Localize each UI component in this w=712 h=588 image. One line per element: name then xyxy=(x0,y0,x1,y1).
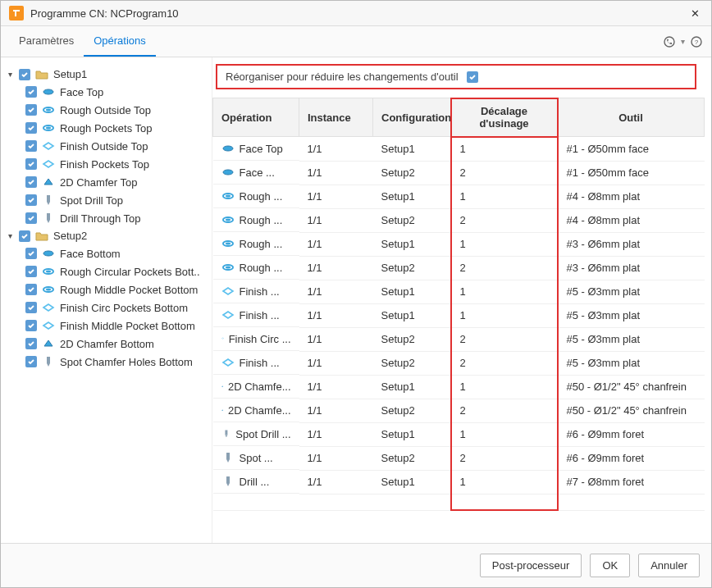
tree-operation-row[interactable]: Drill Through Top xyxy=(1,209,212,227)
cell-operation: Finish ... xyxy=(213,280,299,303)
table-row[interactable]: Rough ...1/1Setup11#4 - Ø8mm plat xyxy=(213,185,705,208)
tree-operation-label: Rough Middle Pocket Bottom xyxy=(60,284,198,296)
reorder-checkbox[interactable] xyxy=(467,71,478,83)
tree-operation-label: Face Top xyxy=(60,86,103,98)
tree-checkbox[interactable] xyxy=(19,230,30,242)
table-row[interactable]: Face ...1/1Setup22#1 - Ø50mm face xyxy=(213,161,705,185)
reorder-label: Réorganiser pour réduire les changements… xyxy=(226,71,459,83)
tree-operation-row[interactable]: 2D Chamfer Top xyxy=(1,173,212,191)
svg-point-17 xyxy=(223,170,233,175)
tree-setup-row[interactable]: ▾Setup2 xyxy=(1,227,212,244)
tree-operation-row[interactable]: 2D Chamfer Bottom xyxy=(1,335,212,353)
tree-checkbox[interactable] xyxy=(25,194,37,206)
dropdown-caret-icon[interactable]: ▾ xyxy=(681,37,685,46)
tree-operation-row[interactable]: Face Top xyxy=(1,83,212,101)
tree-checkbox[interactable] xyxy=(25,176,37,188)
col-header-configuration[interactable]: Configuration xyxy=(373,98,451,137)
operation-rough-icon xyxy=(221,213,235,226)
tree-checkbox[interactable] xyxy=(25,140,37,152)
cell-configuration: Setup1 xyxy=(373,185,451,208)
tree-operation-row[interactable]: Spot Chamfer Holes Bottom xyxy=(1,353,212,371)
cell-operation: Face ... xyxy=(213,161,299,185)
cell-operation-label: Finish ... xyxy=(240,285,280,298)
table-row[interactable]: Finish ...1/1Setup22#5 - Ø3mm plat xyxy=(213,351,705,375)
tree-checkbox[interactable] xyxy=(19,69,30,80)
tree-checkbox[interactable] xyxy=(25,338,37,349)
tree-operation-row[interactable]: Rough Circular Pockets Bott.. xyxy=(1,262,212,280)
tree-operation-row[interactable]: Spot Drill Top xyxy=(1,191,212,209)
tree-setup-row[interactable]: ▾Setup1 xyxy=(1,66,212,83)
table-row[interactable]: Face Top1/1Setup11#1 - Ø50mm face xyxy=(213,137,705,162)
table-row[interactable]: 2D Chamfe...1/1Setup22#50 - Ø1/2" 45° ch… xyxy=(213,399,705,422)
cancel-button[interactable]: Annuler xyxy=(638,554,700,577)
table-row[interactable]: Finish ...1/1Setup11#5 - Ø3mm plat xyxy=(213,303,705,327)
tab-parametres[interactable]: Paramètres xyxy=(9,26,84,57)
cell-operation: Drill ... xyxy=(213,470,299,494)
tab-operations[interactable]: Opérations xyxy=(84,26,156,57)
caret-down-icon[interactable]: ▾ xyxy=(6,231,14,240)
tree-checkbox[interactable] xyxy=(25,158,37,170)
table-row[interactable]: 2D Chamfe...1/1Setup11#50 - Ø1/2" 45° ch… xyxy=(213,375,705,399)
svg-point-0 xyxy=(664,37,674,47)
cell-decalage: 2 xyxy=(451,327,558,351)
tree-checkbox[interactable] xyxy=(25,86,37,98)
cell-outil: #4 - Ø8mm plat xyxy=(558,208,705,232)
table-row[interactable]: Rough ...1/1Setup11#3 - Ø6mm plat xyxy=(213,232,705,256)
app-icon xyxy=(9,6,24,21)
table-row[interactable]: Spot ...1/1Setup22#6 - Ø9mm foret xyxy=(213,446,705,470)
cell-outil: #5 - Ø3mm plat xyxy=(558,303,705,327)
cell-operation-label: Rough ... xyxy=(240,214,283,226)
tree-checkbox[interactable] xyxy=(25,266,37,277)
tree-checkbox[interactable] xyxy=(25,104,37,116)
table-row[interactable]: Rough ...1/1Setup22#4 - Ø8mm plat xyxy=(213,208,705,232)
tree-operation-row[interactable]: Finish Middle Pocket Bottom xyxy=(1,317,212,335)
tree-operation-row[interactable]: Rough Outside Top xyxy=(1,101,212,119)
cell-operation-label: Rough ... xyxy=(240,190,283,203)
close-button[interactable]: ✕ xyxy=(687,7,703,20)
operation-rough-icon xyxy=(42,103,55,116)
ok-button[interactable]: OK xyxy=(590,554,630,577)
operation-chamfer-icon xyxy=(42,175,55,189)
tree-checkbox[interactable] xyxy=(25,248,37,259)
table-row[interactable]: Finish Circ ...1/1Setup22#5 - Ø3mm plat xyxy=(213,327,705,351)
tree-operation-row[interactable]: Rough Middle Pocket Bottom xyxy=(1,280,212,299)
cell-outil: #50 - Ø1/2" 45° chanfrein xyxy=(558,375,705,399)
col-header-outil[interactable]: Outil xyxy=(558,98,705,137)
tree-operation-row[interactable]: Rough Pockets Top xyxy=(1,119,212,137)
svg-rect-8 xyxy=(47,195,50,202)
tree-checkbox[interactable] xyxy=(25,122,37,134)
cell-outil: #7 - Ø8mm foret xyxy=(558,470,705,494)
tree-checkbox[interactable] xyxy=(25,320,37,331)
table-row[interactable]: Drill ...1/1Setup11#7 - Ø8mm foret xyxy=(213,470,705,494)
tree-checkbox[interactable] xyxy=(25,284,37,295)
cell-decalage: 2 xyxy=(451,256,558,280)
footer: Post-processeur OK Annuler xyxy=(1,543,711,587)
tree-checkbox[interactable] xyxy=(25,356,37,367)
svg-point-10 xyxy=(43,251,53,256)
col-header-operation[interactable]: Opération xyxy=(213,98,299,137)
cell-configuration: Setup2 xyxy=(373,446,451,470)
cell-instance: 1/1 xyxy=(299,446,373,470)
operations-table-wrap: Opération Instance Configuration Décalag… xyxy=(212,98,705,543)
svg-point-23 xyxy=(226,243,230,245)
table-row[interactable]: Finish ...1/1Setup11#5 - Ø3mm plat xyxy=(213,280,705,303)
post-processor-button[interactable]: Post-processeur xyxy=(480,554,582,577)
cell-decalage: 1 xyxy=(451,375,558,399)
phone-icon[interactable] xyxy=(663,35,676,48)
cell-outil: #1 - Ø50mm face xyxy=(558,137,705,162)
table-row[interactable]: Spot Drill ...1/1Setup11#6 - Ø9mm foret xyxy=(213,422,705,446)
caret-down-icon[interactable]: ▾ xyxy=(6,70,14,79)
table-row[interactable]: Rough ...1/1Setup22#3 - Ø6mm plat xyxy=(213,256,705,280)
tree-operation-row[interactable]: Finish Pockets Top xyxy=(1,155,212,173)
col-header-instance[interactable]: Instance xyxy=(299,98,373,137)
tree-operation-row[interactable]: Finish Outside Top xyxy=(1,137,212,155)
help-icon[interactable]: ? xyxy=(690,35,703,48)
tree-checkbox[interactable] xyxy=(25,302,37,313)
cell-decalage: 1 xyxy=(451,232,558,256)
col-header-decalage[interactable]: Décalage d'usinage xyxy=(451,98,558,137)
svg-point-19 xyxy=(226,195,230,198)
tree-operation-row[interactable]: Finish Circ Pockets Bottom xyxy=(1,299,212,317)
cell-instance: 1/1 xyxy=(299,422,373,446)
tree-operation-row[interactable]: Face Bottom xyxy=(1,244,212,262)
tree-checkbox[interactable] xyxy=(25,212,37,224)
